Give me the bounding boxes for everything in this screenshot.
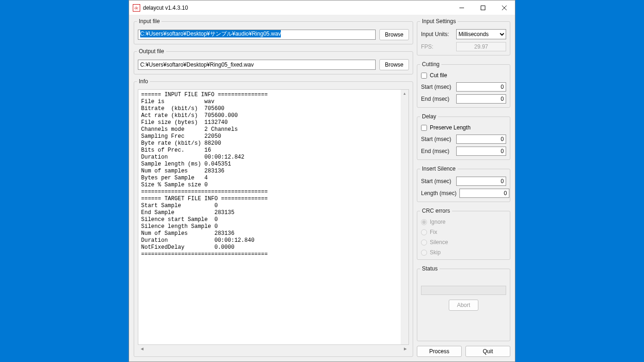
- minimize-icon: [459, 6, 464, 10]
- output-file-legend: Output file: [137, 48, 166, 55]
- maximize-icon: [481, 6, 485, 10]
- silence-length-label: Length (msec): [421, 190, 457, 196]
- input-units-select[interactable]: Milliseconds: [456, 29, 506, 39]
- crc-skip-label: Skip: [430, 249, 440, 256]
- status-legend: Status: [420, 265, 440, 272]
- delay-group: Delay Preserve Length Start (msec) End (…: [417, 113, 510, 160]
- left-panel: Input file C:¥Users¥softaro¥Desktop¥サンプル…: [134, 18, 413, 357]
- output-file-field[interactable]: [138, 60, 376, 70]
- crc-silence-radio: [421, 239, 427, 245]
- output-browse-button[interactable]: Browse: [379, 59, 409, 70]
- crc-silence-label: Silence: [430, 239, 448, 245]
- silence-legend: Insert Silence: [420, 166, 458, 172]
- delay-end-field[interactable]: [456, 147, 506, 156]
- input-settings-legend: Input Settings: [420, 18, 458, 25]
- silence-start-field[interactable]: [456, 177, 506, 186]
- scroll-up-icon[interactable]: ▲: [401, 90, 409, 98]
- maximize-button[interactable]: [472, 0, 494, 15]
- minimize-button[interactable]: [451, 0, 472, 15]
- fps-label: FPS:: [421, 43, 433, 50]
- bottom-buttons: Process Quit: [417, 346, 510, 357]
- window-title: delaycut v1.4.3.10: [143, 5, 451, 11]
- scroll-left-icon[interactable]: ◀: [138, 345, 146, 353]
- input-units-label: Input Units:: [421, 31, 449, 37]
- app-icon: dc: [133, 4, 140, 12]
- input-file-legend: Input file: [137, 18, 161, 25]
- info-legend: Info: [137, 78, 150, 85]
- preserve-length-checkbox[interactable]: [421, 125, 427, 131]
- delay-legend: Delay: [420, 113, 438, 120]
- process-button[interactable]: Process: [417, 346, 462, 357]
- progress-bar: [421, 286, 506, 295]
- input-file-field[interactable]: C:¥Users¥softaro¥Desktop¥サンプル¥audio¥Ring…: [138, 30, 376, 40]
- cutting-end-label: End (msec): [421, 96, 449, 102]
- input-browse-button[interactable]: Browse: [379, 29, 409, 40]
- info-text: ====== INPUT FILE INFO =============== F…: [138, 90, 409, 260]
- cutting-legend: Cutting: [420, 61, 441, 67]
- delay-start-field[interactable]: [456, 135, 506, 144]
- content-area: Input file C:¥Users¥softaro¥Desktop¥サンプル…: [129, 15, 515, 362]
- right-panel: Input Settings Input Units: Milliseconds…: [417, 18, 510, 357]
- delay-end-label: End (msec): [421, 148, 449, 154]
- input-file-group: Input file C:¥Users¥softaro¥Desktop¥サンプル…: [134, 18, 413, 44]
- fps-field: [456, 42, 506, 51]
- silence-group: Insert Silence Start (msec) Length (msec…: [417, 166, 510, 202]
- scroll-right-icon[interactable]: ▶: [401, 345, 409, 353]
- crc-skip-radio: [421, 250, 427, 256]
- cutfile-label: Cut file: [430, 72, 447, 79]
- silence-length-field[interactable]: [459, 189, 509, 198]
- cutting-end-field[interactable]: [456, 94, 506, 104]
- window-controls: [451, 0, 515, 15]
- quit-button[interactable]: Quit: [465, 346, 510, 357]
- input-settings-group: Input Settings Input Units: Milliseconds…: [417, 18, 510, 55]
- silence-start-label: Start (msec): [421, 178, 451, 184]
- titlebar: dc delaycut v1.4.3.10: [129, 0, 515, 15]
- crc-ignore-label: Ignore: [430, 219, 446, 225]
- info-hscrollbar[interactable]: ◀ ▶: [138, 345, 409, 353]
- crc-fix-label: Fix: [430, 229, 437, 235]
- info-group: Info ====== INPUT FILE INFO ============…: [134, 78, 413, 357]
- info-text-area[interactable]: ====== INPUT FILE INFO =============== F…: [138, 89, 409, 345]
- crc-ignore-radio: [421, 219, 427, 225]
- status-group: Status Abort: [417, 265, 510, 341]
- crc-legend: CRC errors: [420, 208, 452, 214]
- delay-start-label: Start (msec): [421, 136, 451, 142]
- close-icon: [502, 6, 507, 10]
- close-button[interactable]: [494, 0, 515, 15]
- crc-fix-radio: [421, 229, 427, 235]
- crc-group: CRC errors Ignore Fix Silence: [417, 208, 510, 260]
- svg-rect-1: [481, 6, 485, 10]
- app-window: dc delaycut v1.4.3.10 Input file C:¥User…: [129, 0, 515, 362]
- cutting-group: Cutting Cut file Start (msec) End (msec): [417, 61, 510, 108]
- output-file-group: Output file Browse: [134, 48, 413, 74]
- info-vscrollbar[interactable]: ▲: [401, 90, 409, 344]
- cutting-start-label: Start (msec): [421, 84, 451, 90]
- abort-button: Abort: [449, 300, 478, 311]
- preserve-length-label: Preserve Length: [430, 124, 471, 131]
- cutting-start-field[interactable]: [456, 82, 506, 92]
- cutfile-checkbox[interactable]: [421, 73, 427, 79]
